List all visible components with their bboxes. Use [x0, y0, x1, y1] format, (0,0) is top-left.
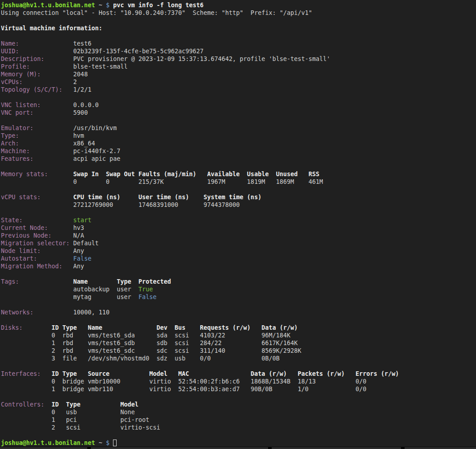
terminal-text-segment: Profile:	[1, 63, 73, 70]
terminal-text-segment: hv3	[73, 224, 84, 231]
terminal-line: Type: hvm	[1, 132, 476, 140]
terminal-text-segment: joshua@hv1.t.u.bonilan.net	[1, 2, 95, 9]
terminal-text-segment: ~	[95, 440, 106, 446]
taskbar-button-top[interactable]	[272, 447, 401, 449]
terminal-text-segment: $	[106, 440, 109, 446]
terminal-text-segment: vCPUs:	[1, 79, 73, 85]
terminal-text-segment: N/A	[73, 232, 84, 239]
terminal-line: Disks: ID Type Name Dev Bus Requests (r/…	[1, 324, 476, 332]
terminal-text-segment: Controllers:	[1, 401, 52, 408]
terminal-text-segment: mytag user	[73, 294, 138, 300]
terminal-line: 0 rbd vms/test6_sda sda scsi 4103/22 96M…	[1, 332, 476, 339]
terminal-line: 0 bridge vmbr10000 virtio 52:54:00:2f:b6…	[1, 378, 476, 385]
terminal-text-segment: Name Type Protected	[73, 278, 171, 285]
terminal-line	[1, 431, 476, 439]
terminal-text-segment: 02b3239f-135f-4cfe-be75-5c962ac99627	[73, 48, 203, 55]
terminal-text-segment: Migration Method:	[1, 263, 73, 270]
taskbar-button-top[interactable]	[0, 447, 87, 449]
terminal-line	[1, 393, 476, 401]
terminal-line: Using connection "local" - Host: "10.90.…	[1, 9, 476, 17]
terminal-text-segment: Tags:	[1, 278, 73, 285]
terminal-text-segment: Memory (M):	[1, 71, 73, 78]
terminal-text-segment	[1, 416, 52, 423]
terminal-text-segment: VNC listen:	[1, 102, 73, 108]
terminal-text-segment: False	[138, 294, 156, 300]
terminal-text-segment: 2 rbd vms/test6_sdc sdc scsi 311/140 856…	[52, 347, 301, 354]
taskbar-strip	[0, 447, 476, 449]
terminal-text-segment: ID Type Name Dev Bus Requests (r/w) Data…	[52, 324, 297, 331]
terminal-line	[1, 186, 476, 193]
terminal-text-segment: Machine:	[1, 148, 73, 154]
terminal-text-segment: 1/2/1	[73, 86, 91, 93]
terminal-text-segment: Interfaces:	[1, 370, 52, 377]
terminal-text-segment	[1, 340, 52, 346]
terminal-line: 27212769000 17468391000 9744378000	[1, 201, 476, 209]
terminal-text-segment	[1, 347, 52, 354]
terminal-text-segment: pc-i440fx-2.7	[73, 148, 120, 154]
terminal-text-segment: 3 file /dev/shm/vhostmd0 sdz usb 0/0 0B/…	[52, 355, 279, 362]
terminal-line: Emulator: /usr/bin/kvm	[1, 124, 476, 132]
terminal-line: Virtual machine information:	[1, 24, 476, 32]
terminal-cursor	[113, 440, 117, 446]
terminal-line: 1 rbd vms/test6_sdb sdb scsi 284/22 6617…	[1, 339, 476, 347]
terminal-text-segment: Topology (S/C/T):	[1, 86, 73, 93]
terminal-text-segment: 0 bridge vmbr10000 virtio 52:54:00:2f:b6…	[52, 378, 366, 385]
terminal-text-segment: 27212769000 17468391000 9744378000	[73, 201, 240, 208]
terminal-text-segment: Current Node:	[1, 224, 73, 231]
terminal-text-segment: Any	[73, 248, 84, 254]
terminal-text-segment: Description:	[1, 56, 73, 62]
terminal-text-segment: pvc vm info -f long test6	[109, 2, 203, 9]
terminal-output[interactable]: joshua@hv1.t.u.bonilan.net ~ $ pvc vm in…	[0, 0, 476, 447]
terminal-line: Name: test6	[1, 40, 476, 47]
terminal-line: 1 bridge vmbr110 virtio 52:54:00:b3:ae:d…	[1, 385, 476, 393]
terminal-text-segment: Memory stats:	[1, 171, 73, 178]
terminal-text-segment: 1 pci pci-root	[52, 416, 149, 423]
taskbar-button-top[interactable]	[405, 447, 476, 449]
terminal-line: vCPUs: 2	[1, 78, 476, 86]
terminal-text-segment: Node limit:	[1, 248, 73, 254]
terminal-line: Previous Node: N/A	[1, 232, 476, 239]
terminal-text-segment: 0 usb None	[52, 409, 135, 416]
terminal-text-segment: start	[73, 217, 91, 224]
terminal-text-segment: $	[106, 2, 109, 9]
terminal-text-segment: 0 rbd vms/test6_sda sda scsi 4103/22 96M…	[52, 332, 290, 339]
terminal-line: VNC listen: 0.0.0.0	[1, 101, 476, 109]
terminal-text-segment: Emulator:	[1, 125, 73, 131]
terminal-text-segment: Name:	[1, 40, 73, 47]
terminal-text-segment: 0 0 215/37K 1967M 1819M 1869M 461M	[73, 178, 323, 185]
terminal-line	[1, 163, 476, 170]
terminal-line: Arch: x86_64	[1, 140, 476, 147]
terminal-text-segment: 1 bridge vmbr110 virtio 52:54:00:b3:ae:d…	[52, 386, 366, 393]
terminal-text-segment: False	[73, 255, 91, 262]
terminal-text-segment: hvm	[73, 132, 84, 139]
terminal-window[interactable]: joshua@hv1.t.u.bonilan.net ~ $ pvc vm in…	[0, 0, 476, 449]
terminal-text-segment	[109, 440, 113, 446]
terminal-line	[1, 209, 476, 216]
terminal-line: Interfaces: ID Type Source Model MAC Dat…	[1, 370, 476, 378]
terminal-line: State: start	[1, 216, 476, 224]
terminal-line: joshua@hv1.t.u.bonilan.net ~ $ pvc vm in…	[1, 1, 476, 9]
terminal-line	[1, 270, 476, 278]
terminal-line: 0 usb None	[1, 408, 476, 416]
terminal-text-segment: ~	[95, 2, 106, 9]
taskbar-button-top[interactable]	[91, 447, 268, 449]
terminal-line	[1, 316, 476, 324]
terminal-text-segment: VNC port:	[1, 109, 73, 116]
terminal-text-segment: Disks:	[1, 324, 52, 331]
terminal-text-segment	[1, 378, 52, 385]
terminal-text-segment: vCPU stats:	[1, 194, 73, 201]
terminal-text-segment	[1, 424, 52, 431]
terminal-line: Tags: Name Type Protected	[1, 278, 476, 285]
terminal-text-segment: 2048	[73, 71, 88, 78]
terminal-text-segment: Swap In Swap Out Faults (maj/min) Availa…	[73, 171, 319, 178]
terminal-text-segment: Using connection "local" - Host: "10.90.…	[1, 9, 312, 16]
terminal-text-segment: Networks:	[1, 309, 73, 316]
terminal-line: 0 0 215/37K 1967M 1819M 1869M 461M	[1, 178, 476, 186]
terminal-text-segment: 5900	[73, 109, 88, 116]
terminal-text-segment: autobackup user	[73, 286, 138, 293]
terminal-text-segment	[1, 286, 73, 293]
terminal-line: Memory (M): 2048	[1, 70, 476, 78]
terminal-text-segment: UUID:	[1, 48, 73, 55]
terminal-text-segment: Arch:	[1, 140, 73, 147]
terminal-line: 3 file /dev/shm/vhostmd0 sdz usb 0/0 0B/…	[1, 355, 476, 362]
